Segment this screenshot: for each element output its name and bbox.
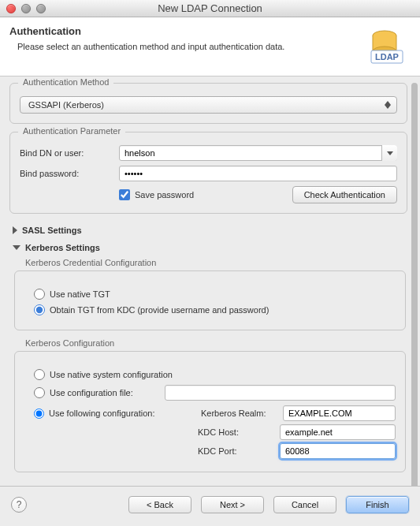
obtain-tgt-radio[interactable]: Obtain TGT from KDC (provide username an… [34, 304, 396, 315]
kdc-host-label: KDC Host: [198, 427, 277, 437]
svg-marker-5 [385, 105, 391, 109]
sasl-settings-title: SASL Settings [22, 226, 82, 235]
minimize-window-button[interactable] [21, 4, 31, 13]
config-file-path-input[interactable] [165, 385, 396, 401]
zoom-window-button[interactable] [36, 4, 46, 13]
close-window-button[interactable] [6, 4, 16, 13]
kerberos-settings-title: Kerberos Settings [25, 243, 100, 252]
use-config-file-label: Use configuration file: [50, 388, 160, 397]
save-password-checkbox[interactable]: Save password [119, 189, 194, 200]
use-config-file-radio[interactable] [34, 387, 45, 398]
scrollbar-thumb[interactable] [411, 83, 418, 486]
next-button[interactable]: Next > [201, 496, 264, 513]
kdc-host-input[interactable] [280, 424, 396, 440]
auth-method-value: GSSAPI (Kerberos) [28, 100, 104, 110]
page-subtitle: Please select an authentication method a… [9, 42, 284, 51]
use-native-sys-radio[interactable]: Use native system configuration [34, 369, 396, 380]
cancel-button[interactable]: Cancel [273, 496, 336, 513]
use-following-config-label: Use following configuration: [49, 408, 155, 418]
wizard-footer: ? < Back Next > Cancel Finish [0, 486, 420, 526]
kerberos-settings-toggle[interactable]: Kerberos Settings [9, 239, 407, 256]
back-button[interactable]: < Back [128, 496, 191, 513]
scrollbar[interactable] [411, 83, 418, 479]
bind-dn-label: Bind DN or user: [20, 148, 114, 158]
auth-method-select[interactable]: GSSAPI (Kerberos) [20, 96, 397, 114]
window-title: New LDAP Connection [0, 2, 420, 14]
use-native-tgt-label: Use native TGT [50, 289, 110, 299]
finish-button[interactable]: Finish [346, 496, 409, 513]
save-password-label: Save password [135, 190, 194, 200]
kerb-cred-group: Use native TGT Obtain TGT from KDC (prov… [14, 270, 406, 330]
bind-dn-dropdown-button[interactable] [381, 145, 397, 161]
check-authentication-button[interactable]: Check Authentication [292, 186, 397, 203]
window-controls [6, 4, 46, 13]
kdc-port-label: KDC Port: [198, 446, 277, 456]
kerb-realm-label: Kerberos Realm: [201, 408, 280, 418]
auth-param-group: Authentication Parameter Bind DN or user… [9, 132, 407, 214]
bind-pw-input[interactable] [119, 166, 397, 181]
obtain-tgt-label: Obtain TGT from KDC (provide username an… [50, 305, 269, 315]
kerb-conf-group: Use native system configuration Use conf… [14, 351, 406, 472]
titlebar: New LDAP Connection [0, 0, 420, 17]
auth-param-legend: Authentication Parameter [18, 126, 125, 136]
select-arrows-icon [382, 99, 393, 111]
wizard-body: Authentication Method GSSAPI (Kerberos) … [0, 76, 420, 486]
kerb-conf-legend: Kerberos Configuration [25, 338, 406, 348]
chevron-down-icon [387, 151, 393, 155]
use-native-tgt-radio[interactable]: Use native TGT [34, 289, 396, 300]
disclosure-right-icon [13, 226, 17, 234]
auth-method-group: Authentication Method GSSAPI (Kerberos) [9, 83, 407, 124]
use-following-config-radio[interactable] [34, 408, 44, 419]
sasl-settings-toggle[interactable]: SASL Settings [9, 222, 407, 239]
kdc-port-input[interactable] [280, 443, 396, 459]
svg-text:LDAP: LDAP [375, 52, 399, 62]
help-button[interactable]: ? [11, 497, 27, 513]
disclosure-down-icon [13, 245, 20, 250]
wizard-header: Authentication Please select an authenti… [0, 17, 420, 76]
kerb-cred-legend: Kerberos Credential Configuration [25, 258, 406, 267]
bind-dn-input[interactable] [119, 145, 397, 161]
auth-method-legend: Authentication Method [18, 77, 113, 87]
use-native-sys-label: Use native system configuration [50, 370, 173, 379]
kerb-realm-input[interactable] [283, 405, 396, 421]
page-title: Authentication [9, 25, 284, 37]
ldap-icon: LDAP [365, 25, 404, 65]
bind-pw-label: Bind password: [20, 169, 114, 178]
svg-marker-6 [387, 151, 393, 155]
